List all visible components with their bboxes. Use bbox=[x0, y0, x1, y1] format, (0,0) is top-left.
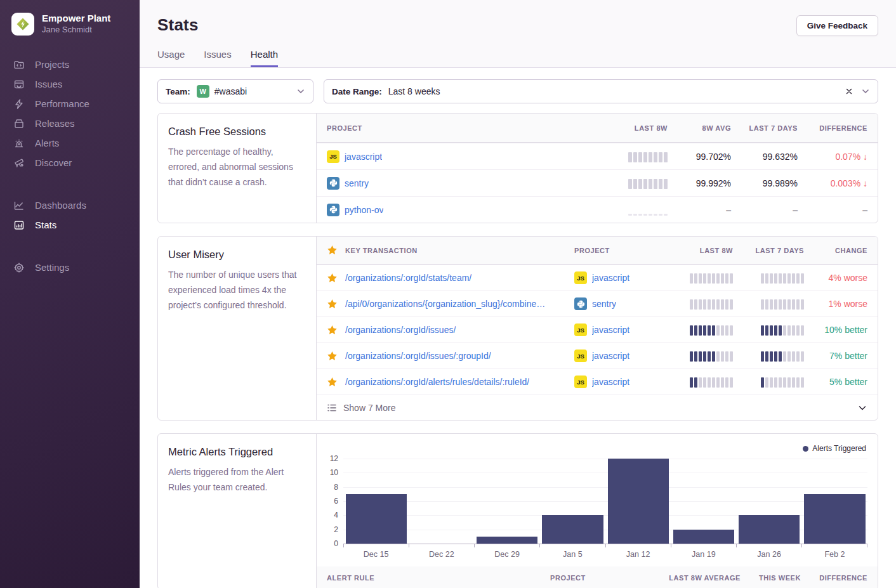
javascript-platform-icon: JS bbox=[327, 150, 339, 163]
performance-icon bbox=[13, 98, 25, 110]
transaction-link[interactable]: /organizations/:orgId/alerts/rules/detai… bbox=[345, 377, 529, 387]
chevron-down-icon bbox=[857, 403, 867, 413]
change-value: 10% better bbox=[804, 325, 867, 335]
project-link[interactable]: javascript bbox=[592, 351, 629, 361]
date-range-select[interactable]: Date Range: Last 8 weeks bbox=[324, 79, 878, 103]
chevron-down-icon bbox=[861, 87, 870, 96]
issues-icon bbox=[13, 78, 25, 91]
chevron-down-icon bbox=[296, 87, 305, 96]
content: Team: W #wasabi Date Range: Last 8 weeks… bbox=[140, 68, 896, 588]
panel-title: User Misery bbox=[168, 249, 306, 261]
star-icon[interactable] bbox=[327, 299, 338, 310]
javascript-platform-icon: JS bbox=[574, 376, 587, 388]
change-value: 4% worse bbox=[804, 273, 867, 283]
sparkline-8w bbox=[607, 151, 668, 162]
legend-label: Alerts Triggered bbox=[812, 444, 866, 453]
sidebar-item-label: Performance bbox=[35, 98, 89, 109]
python-platform-icon bbox=[327, 177, 339, 190]
sidebar-item-releases[interactable]: Releases bbox=[10, 114, 140, 133]
team-label: Team: bbox=[166, 87, 190, 96]
chart-x-labels: Dec 15Dec 22Dec 29Jan 5Jan 12Jan 19Jan 2… bbox=[343, 547, 867, 566]
legend-dot-icon bbox=[803, 446, 808, 452]
difference-value: 0.003% ↓ bbox=[798, 178, 867, 188]
sidebar-item-issues[interactable]: Issues bbox=[10, 74, 140, 94]
sparkline-8w bbox=[666, 376, 733, 388]
sparkline-8w bbox=[666, 324, 733, 336]
star-icon[interactable] bbox=[327, 325, 338, 336]
tab-issues[interactable]: Issues bbox=[204, 49, 231, 67]
sidebar-item-dashboards[interactable]: Dashboards bbox=[10, 195, 140, 215]
transaction-link[interactable]: /organizations/:orgId/issues/ bbox=[345, 325, 456, 335]
sidebar-item-label: Stats bbox=[35, 219, 56, 230]
user-misery-panel: User Misery The number of unique users t… bbox=[157, 236, 878, 421]
project-link[interactable]: sentry bbox=[592, 299, 616, 309]
sparkline-8w bbox=[666, 350, 733, 362]
chart-axis-ticks bbox=[343, 544, 867, 547]
give-feedback-button[interactable]: Give Feedback bbox=[796, 15, 878, 36]
project-link[interactable]: javascript bbox=[592, 325, 629, 335]
sidebar-item-label: Releases bbox=[35, 118, 75, 129]
last7-value: – bbox=[731, 205, 798, 215]
org-name: Empower Plant bbox=[42, 13, 110, 25]
table-row: sentry 99.992% 99.989% 0.003% ↓ bbox=[317, 169, 878, 196]
alerts-icon bbox=[13, 137, 25, 150]
difference-value: 0.07% ↓ bbox=[798, 152, 867, 162]
last7-value: 99.632% bbox=[731, 152, 798, 162]
clear-icon[interactable] bbox=[845, 87, 853, 96]
change-value: 1% worse bbox=[804, 299, 867, 309]
sparkline-7d bbox=[733, 272, 804, 284]
change-value: 5% better bbox=[804, 377, 867, 387]
releases-icon bbox=[13, 117, 25, 130]
difference-value: – bbox=[798, 205, 867, 215]
team-avatar: W bbox=[197, 85, 209, 98]
sidebar-item-projects[interactable]: Projects bbox=[10, 55, 140, 74]
javascript-platform-icon: JS bbox=[574, 350, 587, 362]
panel-description: The percentage of healthy, errored, and … bbox=[168, 144, 306, 190]
star-icon[interactable] bbox=[327, 377, 338, 388]
star-icon[interactable] bbox=[327, 351, 338, 362]
table-row: JS javascript 99.702% 99.632% 0.07% ↓ bbox=[317, 143, 878, 169]
project-link[interactable]: javascript bbox=[592, 377, 629, 387]
tab-bar: Usage Issues Health bbox=[157, 49, 878, 67]
star-icon[interactable] bbox=[327, 273, 338, 284]
sidebar-item-performance[interactable]: Performance bbox=[10, 94, 140, 114]
sidebar-item-label: Alerts bbox=[35, 138, 59, 148]
show-more-button[interactable]: Show 7 More bbox=[317, 395, 878, 420]
transaction-link[interactable]: /organizations/:orgId/stats/team/ bbox=[345, 273, 471, 283]
tab-health[interactable]: Health bbox=[251, 49, 278, 67]
empower-plant-logo-icon bbox=[16, 17, 30, 31]
date-range-value: Last 8 weeks bbox=[388, 86, 440, 96]
sparkline-8w bbox=[607, 178, 668, 189]
transaction-link[interactable]: /api/0/organizations/{organization_slug}… bbox=[345, 299, 545, 309]
sidebar-item-alerts[interactable]: Alerts bbox=[10, 133, 140, 153]
org-switcher[interactable]: Empower Plant Jane Schmidt bbox=[10, 10, 140, 36]
sparkline-7d bbox=[733, 324, 804, 336]
sparkline-7d bbox=[733, 350, 804, 362]
sparkline-7d bbox=[733, 376, 804, 388]
table-row: /organizations/:orgId/issues/ JS javascr… bbox=[317, 317, 878, 343]
panel-description: The number of unique users that experien… bbox=[168, 267, 306, 313]
sidebar-item-label: Settings bbox=[35, 262, 69, 273]
project-link[interactable]: python-ov bbox=[345, 205, 383, 215]
project-link[interactable]: javascript bbox=[345, 152, 382, 162]
project-link[interactable]: javascript bbox=[592, 273, 629, 283]
sidebar-item-discover[interactable]: Discover bbox=[10, 153, 140, 173]
tab-usage[interactable]: Usage bbox=[157, 49, 185, 67]
python-platform-icon bbox=[574, 297, 587, 310]
sparkline-8w bbox=[607, 204, 668, 216]
table-row: /api/0/organizations/{organization_slug}… bbox=[317, 291, 878, 317]
transaction-link[interactable]: /organizations/:orgId/issues/:groupId/ bbox=[345, 351, 491, 361]
sidebar: Empower Plant Jane Schmidt Projects Issu… bbox=[0, 0, 140, 588]
sparkline-7d bbox=[733, 298, 804, 310]
alert-rules-table-header: Alert Rule Project Last 8W Average This … bbox=[317, 566, 878, 588]
page-header: Stats Give Feedback Usage Issues Health bbox=[140, 0, 896, 68]
crash-table-header: ProjectLast 8W8W AvgLast 7 DaysDifferenc… bbox=[317, 114, 878, 143]
team-select[interactable]: Team: W #wasabi bbox=[157, 79, 313, 103]
sidebar-item-settings[interactable]: Settings bbox=[10, 258, 140, 277]
metric-alerts-panel: Metric Alerts Triggered Alerts triggered… bbox=[157, 433, 878, 588]
project-link[interactable]: sentry bbox=[345, 178, 369, 188]
sidebar-item-stats[interactable]: Stats bbox=[10, 215, 140, 235]
filter-row: Team: W #wasabi Date Range: Last 8 weeks bbox=[157, 79, 878, 103]
chart-legend[interactable]: Alerts Triggered bbox=[803, 444, 866, 453]
table-row: /organizations/:orgId/issues/:groupId/ J… bbox=[317, 343, 878, 369]
